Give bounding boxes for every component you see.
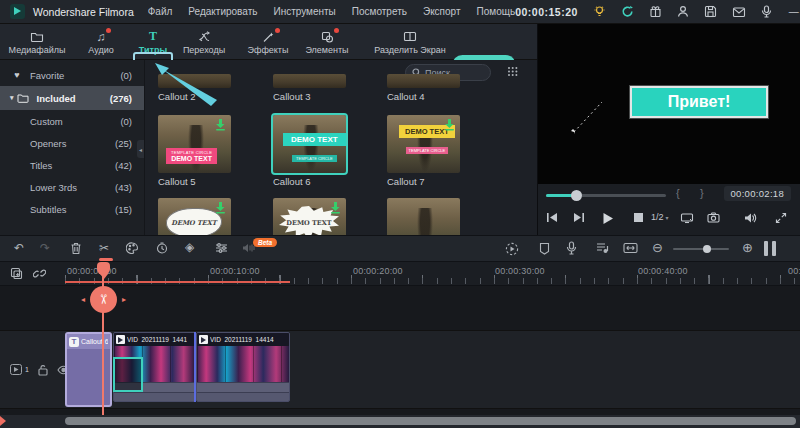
stop-icon[interactable] — [633, 212, 644, 223]
color-palette-icon[interactable] — [126, 242, 139, 254]
zoom-out-icon[interactable]: ⊖ — [652, 240, 663, 255]
keyframe-icon[interactable]: ◈ — [185, 240, 194, 254]
selected-segment-box[interactable] — [113, 357, 143, 392]
sidebar-item-titles[interactable]: Titles (42) — [0, 154, 144, 176]
timeline-clip-title[interactable]: T Callout 6 — [65, 332, 112, 407]
tab-splitscreen[interactable]: Разделить Экран — [362, 27, 458, 58]
link-icon[interactable] — [33, 267, 46, 280]
template-card-callout-3[interactable]: Callout 3 — [273, 60, 346, 102]
preview-video-area[interactable]: Привет! — [538, 24, 800, 184]
volume-icon[interactable] — [744, 212, 757, 224]
fullscreen-icon[interactable] — [775, 212, 787, 224]
delete-trash-icon[interactable] — [70, 242, 82, 255]
copy-snapshot-icon[interactable] — [10, 267, 23, 280]
preview-seek-slider[interactable] — [546, 194, 666, 197]
sidebar-item-lower-3rds[interactable]: Lower 3rds (43) — [0, 176, 144, 198]
previous-frame-icon[interactable] — [546, 212, 558, 223]
menu-file[interactable]: Файл — [148, 6, 173, 17]
grid-view-icon[interactable] — [507, 66, 520, 77]
menu-export[interactable]: Экспорт — [423, 6, 461, 17]
marker-shield-icon[interactable] — [539, 242, 550, 255]
tab-audio[interactable]: ♫ Аудио — [74, 27, 128, 58]
template-card-callout-6-selected[interactable]: DEMO TEXT TEMPLATE CIRCLE Callout 6 — [273, 115, 346, 187]
effects-wand-icon — [262, 30, 275, 43]
sync-icon[interactable] — [621, 5, 634, 18]
tab-effects[interactable]: Эффекты — [242, 27, 294, 58]
demo-text-badge: DEMO TEXT TEMPLATE CIRCLE — [283, 133, 346, 164]
panel-resize-handle[interactable] — [764, 241, 776, 256]
tab-transitions[interactable]: Переходы — [178, 27, 230, 58]
titles-t-icon: T — [149, 30, 157, 43]
gift-icon[interactable] — [649, 5, 662, 18]
template-thumbnail — [158, 74, 231, 88]
minimize-button[interactable]: — — [787, 6, 800, 17]
timeline-clip-video-2[interactable]: VID_20211119_14414 — [196, 332, 290, 402]
save-icon[interactable] — [704, 5, 717, 18]
notification-dot — [334, 28, 339, 33]
menu-view[interactable]: Посмотреть — [352, 6, 407, 17]
lock-icon[interactable] — [38, 364, 48, 376]
audio-mixer-icon[interactable] — [215, 242, 228, 254]
download-icon[interactable] — [215, 119, 226, 131]
record-mic-icon[interactable] — [761, 5, 772, 18]
tab-elements[interactable]: Элементы — [300, 27, 354, 58]
audio-strip — [197, 392, 289, 402]
snapshot-camera-icon[interactable] — [707, 212, 720, 223]
speed-clock-icon[interactable] — [156, 242, 168, 254]
mark-out-brace[interactable]: } — [700, 187, 704, 199]
template-card-callout-2[interactable]: Callout 2 — [158, 60, 231, 102]
zoom-slider-handle[interactable] — [703, 245, 711, 253]
undo-icon[interactable]: ↶ — [14, 241, 24, 255]
tips-lightbulb-icon[interactable] — [593, 5, 606, 18]
fit-timeline-icon[interactable] — [623, 242, 638, 254]
zoom-in-icon[interactable]: ⊕ — [742, 240, 753, 255]
tab-titles[interactable]: T Титры — [133, 27, 173, 58]
playhead-line[interactable] — [102, 262, 104, 415]
sidebar-collapse-handle[interactable]: ◂ — [137, 140, 144, 158]
redo-icon[interactable]: ↷ — [40, 241, 50, 255]
mark-in-brace[interactable]: { — [676, 187, 680, 199]
account-icon[interactable] — [677, 5, 689, 18]
template-card-callout-4[interactable]: Callout 4 — [387, 60, 460, 102]
timeline-tracks: 1 T Callout 6 VID_20211119_1441 — [0, 286, 800, 428]
sidebar-item-openers[interactable]: Openers (25) — [0, 132, 144, 154]
template-card-cloud[interactable]: DEMO TEXT — [158, 198, 231, 235]
sidebar-item-custom[interactable]: Custom (0) — [0, 110, 144, 132]
download-icon[interactable] — [330, 202, 341, 214]
template-thumbnail: DEMO TEXT — [273, 198, 346, 235]
timeline-zoom-slider[interactable] — [673, 248, 729, 250]
voiceover-mic-icon[interactable] — [566, 241, 577, 255]
template-card-your-title[interactable]: YOUR TITLE HERE — [387, 198, 460, 235]
template-card-callout-7[interactable]: DEMO TEXT TEMPLATE CIRCLE DEMO TEXT Call… — [387, 115, 460, 187]
next-frame-icon[interactable] — [573, 212, 585, 223]
template-card-callout-5[interactable]: TEMPLATE CIRCLE DEMO TEXT Callout 5 — [158, 115, 231, 187]
menu-tools[interactable]: Инструменты — [273, 6, 335, 17]
render-preview-icon[interactable] — [505, 242, 519, 256]
split-scissors-icon[interactable]: ✂ — [99, 241, 109, 255]
video-thumbnails — [197, 346, 289, 382]
sidebar-item-included[interactable]: ▾ Included (276) — [0, 86, 144, 110]
play-icon[interactable] — [602, 212, 614, 225]
feedback-mail-icon[interactable] — [732, 6, 746, 18]
sidebar-item-subtitles[interactable]: Subtitles (15) — [0, 198, 144, 220]
horizontal-scrollbar-thumb[interactable] — [65, 417, 796, 425]
app-title: Wondershare Filmora — [33, 6, 134, 18]
timeline-ruler[interactable]: 00:00:00:00 00:00:10:00 00:00:20:00 00:0… — [0, 262, 800, 286]
track-number: 1 — [25, 366, 29, 373]
display-device-icon[interactable] — [680, 212, 694, 224]
menu-edit[interactable]: Редактировать — [188, 6, 257, 17]
beta-badge: Beta — [253, 238, 277, 247]
menu-help[interactable]: Помощь — [477, 6, 516, 17]
playhead-scissors-badge[interactable]: ✂ ◂ ▸ — [90, 286, 117, 313]
playback-quality-dropdown[interactable]: 1/2▾ — [651, 212, 669, 222]
expand-triangle-icon: ▾ — [10, 94, 14, 102]
horizontal-scrollbar-track — [0, 415, 800, 428]
download-icon[interactable] — [215, 202, 226, 214]
template-card-burst[interactable]: DEMO TEXT — [273, 198, 346, 235]
audio-sync-icon[interactable] — [596, 242, 609, 254]
download-icon[interactable] — [444, 119, 455, 131]
template-thumbnail — [273, 74, 346, 88]
seek-handle[interactable] — [571, 190, 582, 201]
sidebar-item-favorite[interactable]: ♥ Favorite (0) — [0, 64, 144, 86]
tab-media[interactable]: Медиафайлы — [4, 27, 70, 58]
